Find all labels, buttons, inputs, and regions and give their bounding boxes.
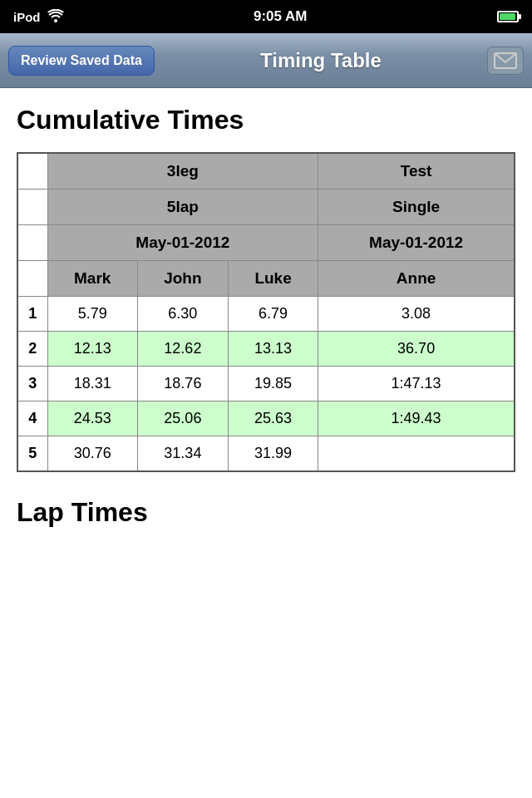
device-label: iPod — [13, 10, 41, 24]
cell-john-3: 18.76 — [137, 367, 228, 401]
cell-luke-4: 25.63 — [228, 401, 318, 436]
table-row: 5 30.76 31.34 31.99 — [17, 436, 515, 472]
cell-john-4: 25.06 — [137, 401, 228, 436]
empty-cell — [17, 153, 47, 190]
lap-number: 5 — [17, 436, 47, 472]
empty-cell — [17, 190, 47, 225]
group-test-label: Test — [318, 153, 515, 190]
cell-luke-1: 6.79 — [228, 297, 318, 332]
date-3leg: May-01-2012 — [47, 225, 318, 261]
cell-mark-4: 24.53 — [47, 401, 137, 436]
cell-luke-3: 19.85 — [228, 367, 318, 401]
cell-mark-2: 12.13 — [47, 332, 137, 367]
lap-number: 4 — [17, 401, 47, 436]
page-content: Cumulative Times 3leg Test 5lap Single M… — [0, 88, 532, 472]
cumulative-times-title: Cumulative Times — [17, 105, 515, 135]
cell-luke-2: 13.13 — [228, 332, 318, 367]
empty-cell — [17, 225, 47, 261]
sublabel-single: Single — [318, 190, 515, 225]
cell-anne-5 — [318, 436, 515, 472]
competitor-anne: Anne — [318, 261, 515, 297]
cumulative-times-table: 3leg Test 5lap Single May-01-2012 May-01… — [17, 152, 515, 472]
table-row: 4 24.53 25.06 25.63 1:49.43 — [17, 401, 515, 436]
table-row: 2 12.13 12.62 13.13 36.70 — [17, 332, 515, 367]
wifi-icon — [47, 9, 64, 25]
status-right — [497, 11, 519, 22]
status-left: iPod — [13, 9, 64, 25]
cell-john-5: 31.34 — [137, 436, 228, 472]
mail-icon — [494, 52, 517, 69]
cell-john-1: 6.30 — [137, 297, 228, 332]
battery-icon — [497, 11, 519, 22]
nav-title: Timing Table — [155, 49, 487, 72]
group-3leg-label: 3leg — [47, 153, 318, 190]
cell-mark-3: 18.31 — [47, 367, 137, 401]
nav-bar: Review Saved Data Timing Table — [0, 33, 532, 88]
empty-cell — [17, 261, 47, 297]
cell-anne-3: 1:47.13 — [318, 367, 515, 401]
header-row-names: Mark John Luke Anne — [17, 261, 515, 297]
header-row-group: 3leg Test — [17, 153, 515, 190]
lap-times-section: Lap Times — [0, 472, 532, 528]
competitor-luke: Luke — [228, 261, 318, 297]
back-button[interactable]: Review Saved Data — [8, 46, 155, 76]
cell-john-2: 12.62 — [137, 332, 228, 367]
cell-mark-1: 5.79 — [47, 297, 137, 332]
table-row: 3 18.31 18.76 19.85 1:47.13 — [17, 367, 515, 401]
status-time: 9:05 AM — [254, 8, 308, 25]
lap-number: 1 — [17, 297, 47, 332]
cell-anne-4: 1:49.43 — [318, 401, 515, 436]
sublabel-5lap: 5lap — [47, 190, 318, 225]
date-test: May-01-2012 — [318, 225, 515, 261]
competitor-mark: Mark — [47, 261, 137, 297]
cell-anne-2: 36.70 — [318, 332, 515, 367]
header-row-date: May-01-2012 May-01-2012 — [17, 225, 515, 261]
cell-mark-5: 30.76 — [47, 436, 137, 472]
cell-anne-1: 3.08 — [318, 297, 515, 332]
table-row: 1 5.79 6.30 6.79 3.08 — [17, 297, 515, 332]
lap-number: 2 — [17, 332, 47, 367]
lap-number: 3 — [17, 367, 47, 401]
status-bar: iPod 9:05 AM — [0, 0, 532, 33]
competitor-john: John — [137, 261, 228, 297]
lap-times-title: Lap Times — [17, 497, 515, 528]
cell-luke-5: 31.99 — [228, 436, 318, 472]
mail-button[interactable] — [487, 47, 524, 75]
header-row-sublabel: 5lap Single — [17, 190, 515, 225]
